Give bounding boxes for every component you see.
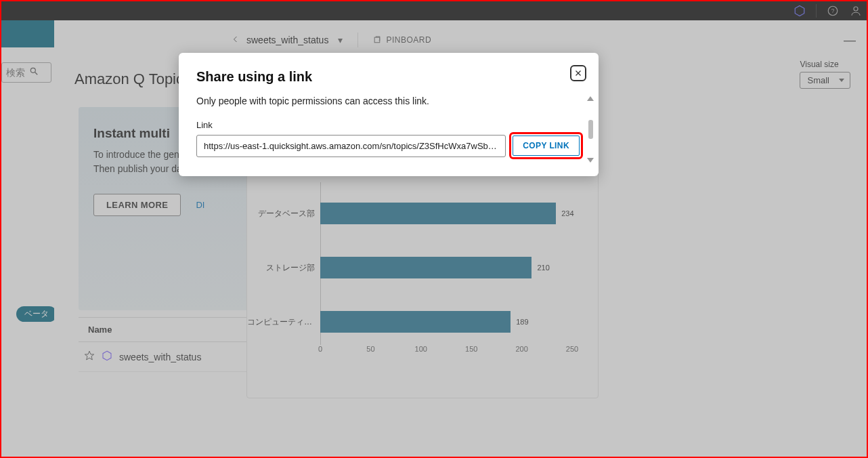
link-input[interactable] [196,135,506,157]
modal-scrollbar[interactable] [586,96,594,163]
close-button[interactable] [570,65,586,81]
copy-link-button[interactable]: COPY LINK [513,136,580,156]
scroll-up-icon[interactable] [587,96,594,101]
share-link-modal: Share using a link Only people with topi… [179,53,599,176]
scroll-thumb[interactable] [588,120,593,139]
copy-link-highlight: COPY LINK [511,134,581,157]
link-label: Link [196,120,581,130]
scroll-down-icon[interactable] [587,158,594,163]
modal-description: Only people with topic permissions can a… [196,96,581,106]
modal-title: Share using a link [196,69,581,85]
